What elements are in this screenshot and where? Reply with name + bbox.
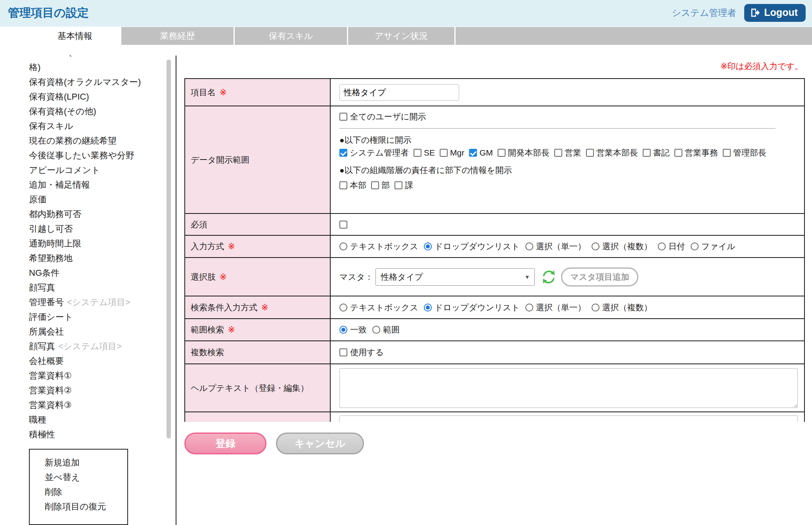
system-item-suffix: <システム項目> <box>58 341 122 351</box>
role-checkbox[interactable]: 営業事務 <box>674 148 723 157</box>
sidebar-item[interactable]: 希望勤務地 <box>29 251 160 265</box>
tab-strip-filler <box>456 27 812 45</box>
required-mark: ※ <box>220 272 227 282</box>
role-checkbox[interactable]: GM <box>469 148 498 157</box>
all-users-checkbox[interactable]: 全てのユーザに開示 <box>339 111 426 122</box>
org-level-checkbox[interactable]: 課 <box>395 181 418 190</box>
sidebar-item[interactable]: 格) <box>29 60 160 75</box>
role-checkbox[interactable]: 管理部長 <box>723 148 771 157</box>
row-help-text: ヘルプテキスト（登録・編集） <box>185 364 804 412</box>
refresh-master-button[interactable] <box>540 268 558 286</box>
item-name-input[interactable] <box>339 84 459 101</box>
radio-icon <box>339 242 347 250</box>
search-method-radio[interactable]: テキストボックス <box>339 302 418 313</box>
sidebar-item[interactable]: NG条件 <box>29 265 160 280</box>
header-right: システム管理者 Logout <box>672 4 806 22</box>
action-add-new[interactable]: 新規追加 <box>45 455 127 470</box>
role-checkbox[interactable]: 書記 <box>643 148 674 157</box>
sidebar-item[interactable]: 積極性 <box>29 427 160 442</box>
sidebar-item[interactable]: 顔写真<システム項目> <box>29 339 160 354</box>
sidebar-item[interactable]: 保有資格(オラクルマスター) <box>29 75 160 89</box>
master-select[interactable]: 性格タイプ ▼ <box>375 268 535 286</box>
input-method-radio[interactable]: 選択（複数） <box>592 241 652 252</box>
required-checkbox[interactable] <box>339 221 347 229</box>
action-delete[interactable]: 削除 <box>45 485 127 499</box>
sidebar-item[interactable]: 会社概要 <box>29 354 160 368</box>
role-checkbox[interactable]: Mgr <box>440 148 469 157</box>
role-checkbox[interactable]: SE <box>414 148 440 157</box>
sidebar-item[interactable]: 保有資格(LPIC) <box>29 89 160 104</box>
sidebar-item[interactable]: 追加・補足情報 <box>29 177 160 192</box>
dropdown-caret-icon: ▼ <box>525 274 530 280</box>
sidebar-item[interactable]: 評価シート <box>29 310 160 324</box>
checkbox-icon <box>586 149 594 157</box>
role-checkbox[interactable]: 営業 <box>554 148 586 157</box>
radio-icon <box>339 304 347 312</box>
search-method-radio[interactable]: ドロップダウンリスト <box>424 302 520 313</box>
input-method-radio[interactable]: テキストボックス <box>339 241 418 252</box>
action-restore-deleted[interactable]: 削除項目の復元 <box>45 499 127 514</box>
sidebar-item[interactable]: 現在の業務の継続希望 <box>29 133 160 148</box>
sidebar-item[interactable]: 営業資料② <box>29 383 160 398</box>
input-method-radio[interactable]: 選択（単一） <box>525 241 586 252</box>
role-checkbox[interactable]: 開発本部長 <box>498 148 554 157</box>
search-method-radio[interactable]: 選択（単一） <box>525 302 586 313</box>
tab-assign-status[interactable]: アサイン状況 <box>348 27 454 45</box>
row-disclosure-scope: データ開示範囲 全てのユーザに開示 ●以下の権限に開示 システム管理者SEMgr… <box>185 106 804 214</box>
logout-label: Logout <box>764 7 798 18</box>
org-level-checkbox[interactable]: 部 <box>371 181 395 190</box>
cancel-button[interactable]: キャンセル <box>276 433 364 454</box>
row-label <box>185 412 331 422</box>
sidebar-item[interactable]: 職種 <box>29 412 160 427</box>
checkbox-icon <box>339 181 347 189</box>
org-level-checkbox[interactable]: 本部 <box>339 181 371 190</box>
sidebar-item[interactable]: 通勤時間上限 <box>29 236 160 251</box>
search-method-radio[interactable]: 選択（複数） <box>592 302 652 313</box>
range-search-radio[interactable]: 範囲 <box>372 324 400 335</box>
radio-icon <box>424 304 432 312</box>
add-master-item-button[interactable]: マスタ項目追加 <box>561 267 638 287</box>
sidebar-item[interactable]: 営業資料① <box>29 368 160 383</box>
row-label: 項目名※ <box>185 79 331 106</box>
sidebar-item[interactable]: 、 <box>29 45 160 60</box>
system-item-suffix: <システム項目> <box>67 297 130 307</box>
sidebar-item[interactable]: 今後従事したい業務や分野 <box>29 148 160 163</box>
sidebar-item[interactable]: 保有資格(その他) <box>29 104 160 119</box>
sidebar-item[interactable]: 保有スキル <box>29 119 160 133</box>
sidebar-item[interactable]: アピールコメント <box>29 163 160 177</box>
role-checkbox[interactable]: 営業本部長 <box>586 148 643 157</box>
tab-basic-info[interactable]: 基本情報 <box>30 27 120 45</box>
row-clipped <box>185 412 804 422</box>
input-method-radio[interactable]: 日付 <box>658 241 685 252</box>
multi-search-checkbox[interactable]: 使用する <box>339 347 384 358</box>
sidebar-scrollbar[interactable] <box>167 60 171 438</box>
role-checkbox[interactable]: システム管理者 <box>339 148 414 157</box>
logout-button[interactable]: Logout <box>744 4 806 22</box>
logout-door-icon <box>750 8 760 18</box>
checkbox-icon <box>339 348 347 356</box>
action-reorder[interactable]: 並べ替え <box>45 470 127 485</box>
radio-icon <box>339 326 347 334</box>
sidebar-item[interactable]: 管理番号<システム項目> <box>29 295 160 310</box>
input-method-radio[interactable]: ファイル <box>691 241 735 252</box>
sidebar-item[interactable]: 都内勤務可否 <box>29 207 160 221</box>
clipped-textarea[interactable] <box>339 415 798 422</box>
required-mark: ※ <box>228 325 235 335</box>
tab-skills[interactable]: 保有スキル <box>235 27 347 45</box>
radio-icon <box>525 304 533 312</box>
radio-icon <box>691 242 699 250</box>
radio-icon <box>424 242 432 250</box>
help-text-input[interactable] <box>339 368 798 408</box>
submit-button[interactable]: 登録 <box>184 433 266 454</box>
checkbox-icon <box>395 181 402 189</box>
required-mark: ※ <box>220 88 227 97</box>
sidebar-item[interactable]: 引越し可否 <box>29 221 160 236</box>
sidebar-item[interactable]: 所属会社 <box>29 324 160 339</box>
range-search-radio[interactable]: 一致 <box>339 324 367 335</box>
input-method-radio[interactable]: ドロップダウンリスト <box>424 241 520 252</box>
sidebar-item[interactable]: 顔写真 <box>29 280 160 295</box>
tab-work-history[interactable]: 業務経歴 <box>121 27 234 45</box>
required-mark: ※ <box>228 242 235 251</box>
sidebar-item[interactable]: 原価 <box>29 192 160 207</box>
sidebar-item[interactable]: 営業資料③ <box>29 398 160 412</box>
